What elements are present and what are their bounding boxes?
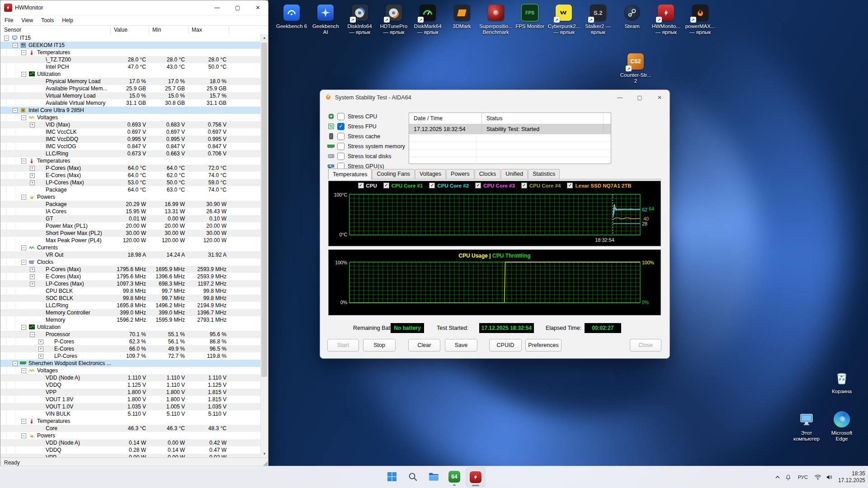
tab-statistics[interactable]: Statistics (528, 169, 560, 179)
aida64-close-button[interactable]: ✕ (650, 90, 670, 105)
aida64-minimize-button[interactable]: — (610, 90, 630, 105)
clear-button[interactable]: Clear (408, 339, 440, 352)
sensor-row[interactable]: IMC VccCLK0.697 V0.697 V0.697 V (0, 128, 261, 136)
sensor-row[interactable]: VIN BULK5.110 V5.110 V5.110 V (0, 410, 261, 418)
sensor-row[interactable]: \_TZ.TZ0028.0 °C28.0 °C28.0 °C (0, 56, 261, 63)
sensor-row[interactable]: GT0.01 W0.00 W0.10 W (0, 215, 261, 222)
aida64-titlebar[interactable]: System Stability Test - AIDA64 — ▢ ✕ (320, 90, 670, 105)
collapse-icon[interactable]: − (21, 433, 26, 438)
collapse-icon[interactable]: − (21, 325, 26, 330)
sensor-row[interactable]: VR Out18.98 A14.24 A31.92 A (0, 251, 261, 258)
sensor-row[interactable]: Available Physical Mem...25.9 GB25.7 GB2… (0, 85, 261, 92)
taskbar-aida64-button[interactable]: 64 (445, 467, 464, 486)
desktop-icon-recycle-bin[interactable]: Корзина (821, 369, 863, 394)
device-row[interactable]: −GEEKOM IT15 (0, 42, 261, 49)
hwmonitor-column-header[interactable]: Sensor Value Min Max (0, 26, 268, 35)
checkbox-unchecked[interactable] (337, 153, 344, 160)
sensor-row[interactable]: Virtual Memory Load15.0 %15.0 %15.7 % (0, 92, 261, 99)
section-row[interactable]: −Utilization (0, 324, 261, 331)
sensor-row[interactable]: Package64.0 °C63.0 °C74.0 °C (0, 186, 261, 193)
language-indicator[interactable]: РУС (796, 474, 810, 481)
sensor-row[interactable]: Package20.29 W16.99 W30.90 W (0, 201, 261, 208)
stability-log-table[interactable]: Date / TimeStatus17.12.2025 18:32:54Stab… (409, 113, 611, 164)
collapse-icon[interactable]: − (21, 115, 26, 120)
sensor-row[interactable]: Memory1596.2 MHz1595.9 MHz2793.1 MHz (0, 316, 261, 324)
taskbar-clock[interactable]: 18:35 17.12.2025 (838, 470, 865, 484)
sensor-row[interactable]: Available Virtual Memory31.1 GB30.8 GB31… (0, 99, 261, 107)
column-min[interactable]: Min (149, 27, 189, 34)
expand-icon[interactable]: + (30, 282, 35, 286)
section-row[interactable]: −Powers (0, 193, 261, 201)
taskbar-search-button[interactable] (403, 467, 422, 486)
sensor-row[interactable]: CPU BCLK99.8 MHz99.7 MHz99.8 MHz (0, 287, 261, 295)
sensor-row[interactable]: IA Cores15.95 W13.31 W26.43 W (0, 208, 261, 215)
hwmonitor-minimize-button[interactable]: — (207, 0, 227, 15)
expand-icon[interactable]: + (38, 347, 43, 352)
menu-view[interactable]: View (17, 17, 37, 23)
sensor-row[interactable]: VDD (Node A)1.110 V1.110 V1.110 V (0, 374, 261, 381)
scroll-up-arrow[interactable]: ▲ (261, 34, 268, 42)
desktop-icon-edge[interactable]: MicrosoftEdge (821, 410, 863, 442)
legend-checkbox-checked[interactable]: ✓ (567, 183, 573, 188)
expand-icon[interactable]: + (30, 267, 35, 272)
collapse-icon[interactable]: − (4, 36, 9, 41)
tab-cooling-fans[interactable]: Cooling Fans (372, 169, 415, 179)
collapse-icon[interactable]: − (21, 245, 26, 250)
cpuid-button[interactable]: CPUID (489, 339, 522, 352)
device-row[interactable]: −Intel Core Ultra 9 285H (0, 107, 261, 114)
desktop-icon-powermax[interactable]: ↗powerMAX...— ярлык (679, 4, 721, 35)
collapse-icon[interactable]: − (13, 43, 18, 48)
section-row[interactable]: −Voltages (0, 114, 261, 121)
sensor-row[interactable]: +LP-Cores (Max)1097.3 MHz698.3 MHz1197.2… (0, 280, 261, 287)
tab-voltages[interactable]: Voltages (415, 169, 446, 179)
legend-checkbox-checked[interactable]: ✓ (475, 183, 481, 188)
checkbox-checked[interactable]: ✓ (337, 123, 344, 130)
sensor-row[interactable]: +P-Cores (Max)64.0 °C64.0 °C72.0 °C (0, 164, 261, 172)
taskbar-start-button[interactable] (382, 467, 401, 486)
expand-icon[interactable]: + (30, 122, 35, 127)
collapse-icon[interactable]: − (21, 260, 26, 265)
collapse-icon[interactable]: − (13, 108, 18, 113)
column-value[interactable]: Value (110, 27, 149, 34)
log-table-header[interactable]: Date / TimeStatus (409, 113, 611, 124)
sensor-row[interactable]: +E-Cores (Max)64.0 °C62.0 °C74.0 °C (0, 172, 261, 179)
sensor-row[interactable]: +E-Cores66.0 %49.9 %96.5 % (0, 345, 261, 352)
save-button[interactable]: Save (445, 339, 477, 352)
column-max[interactable]: Max (188, 27, 229, 34)
section-row[interactable]: −Currents (0, 244, 261, 251)
expand-icon[interactable]: + (30, 180, 35, 185)
hwmonitor-vertical-scrollbar[interactable]: ▲ ▼ (260, 34, 268, 458)
sensor-row[interactable]: +P-Cores62.3 %56.1 %86.8 % (0, 338, 261, 345)
collapse-icon[interactable]: − (30, 332, 35, 337)
collapse-icon[interactable]: − (21, 368, 26, 373)
section-row[interactable]: −Powers (0, 432, 261, 439)
sensor-row[interactable]: Physical Memory Load17.0 %17.0 %18.0 % (0, 78, 261, 85)
scroll-down-arrow[interactable]: ▼ (261, 450, 268, 458)
sensor-row[interactable]: IMC VccIOG0.847 V0.847 V0.847 V (0, 143, 261, 150)
sensor-row[interactable]: Power Max (PL1)20.00 W20.00 W20.00 W (0, 222, 261, 230)
legend-checkbox-checked[interactable]: ✓ (383, 183, 389, 188)
collapse-icon[interactable]: − (21, 195, 26, 200)
sensor-row[interactable]: VDDQ0.28 W0.14 W0.47 W (0, 446, 261, 454)
taskbar-hwmonitor-button[interactable] (466, 467, 486, 487)
hwmonitor-close-button[interactable]: ✕ (248, 0, 268, 15)
sensor-row[interactable]: +LP-Cores (Max)53.0 °C50.0 °C59.0 °C (0, 179, 261, 186)
sensor-row[interactable]: +E-Cores (Max)1795.6 MHz1396.6 MHz2593.9… (0, 273, 261, 280)
sensor-row[interactable]: VPP1.800 V1.800 V1.815 V (0, 389, 261, 396)
expand-icon[interactable]: + (38, 354, 43, 359)
column-sensor[interactable]: Sensor (0, 27, 111, 34)
sensor-row[interactable]: VDD (Node A)0.14 W0.00 W0.42 W (0, 439, 261, 446)
sensor-row[interactable]: −Processor70.1 %55.1 %95.6 % (0, 331, 261, 338)
tab-powers[interactable]: Powers (446, 169, 474, 179)
sensor-row[interactable]: LLC/Ring1695.8 MHz1496.2 MHz2194.9 MHz (0, 302, 261, 309)
menu-help[interactable]: Help (58, 17, 77, 23)
column-date-time[interactable]: Date / Time (409, 113, 482, 124)
sensor-row[interactable]: +LP-Cores109.7 %72.7 %119.8 % (0, 352, 261, 360)
sensor-row[interactable]: VOUT 1.8V1.800 V1.800 V1.815 V (0, 396, 261, 403)
menu-file[interactable]: File (0, 17, 17, 23)
section-row[interactable]: −Temperatures (0, 157, 261, 164)
expand-icon[interactable]: + (30, 173, 35, 178)
legend-checkbox-checked[interactable]: ✓ (429, 183, 435, 188)
sensor-row[interactable]: Memory Controller399.0 MHz399.0 MHz1396.… (0, 309, 261, 316)
tab-unified[interactable]: Unified (501, 169, 528, 179)
